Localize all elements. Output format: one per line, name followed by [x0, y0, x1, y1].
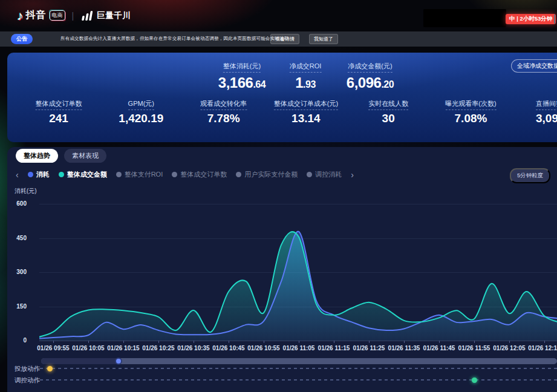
- tab-overall-trend[interactable]: 整体趋势: [16, 149, 58, 163]
- secondary-metric: 直播间整体成交金额(元)3,09: [536, 97, 557, 125]
- action-row-label: 调控动作: [15, 376, 40, 385]
- metric-dec: .93: [303, 79, 316, 90]
- metric-value: 7.78%: [200, 112, 247, 125]
- action-marker-dot[interactable]: [47, 366, 53, 371]
- metric-dec: .64: [253, 79, 265, 90]
- y-axis-tick-label: 300: [10, 269, 27, 275]
- notice-bar: 公告 所有成交数据会先计入直播大屏数据，但如果存在异常交易订单会被动态调整，因此…: [0, 31, 557, 47]
- metric-label: GPM(元): [128, 99, 154, 110]
- action-row-timeline: [40, 379, 557, 381]
- legend-item[interactable]: 整体成交订单数: [172, 170, 227, 179]
- metric-label: 整体消耗(元): [223, 62, 261, 73]
- metric-dec: .20: [381, 79, 394, 90]
- legend-scroll-left-icon[interactable]: ‹: [16, 171, 19, 178]
- legend-dot-icon: [28, 172, 33, 177]
- notice-text: 所有成交数据会先计入直播大屏数据，但如果存在异常交易订单会被动态调整，因此本页面…: [60, 36, 293, 42]
- logo-divider: |: [72, 11, 74, 21]
- chart-scrollbar-handle[interactable]: [115, 358, 122, 365]
- metric-value: 3,09: [536, 112, 557, 125]
- metric-value: 6,096.20: [347, 74, 394, 91]
- legend-label: 消耗: [36, 170, 50, 179]
- secondary-metric: 实时在线人数30: [368, 97, 408, 125]
- secondary-metric: 整体成交订单数241: [36, 97, 82, 125]
- series-area-1: [39, 232, 557, 341]
- x-axis-label: 01/26 12:15: [523, 345, 557, 351]
- metric-int: 1: [295, 74, 303, 91]
- secondary-metric: 观看成交转化率7.78%: [200, 97, 247, 125]
- chart-scrollbar-viewed: [41, 358, 119, 364]
- data-scope-label: 全域净成交数据: [517, 62, 557, 69]
- legend-label: 整体成交金额: [67, 170, 107, 179]
- metric-label: 整体成交订单成本(元): [274, 99, 338, 110]
- legend-label: 整体成交订单数: [180, 170, 227, 179]
- legend-dot-icon: [172, 172, 177, 177]
- redacted-account-info: [423, 9, 506, 27]
- metric-label: 直播间整体成交金额(元): [536, 99, 557, 110]
- metric-value: 3,166.64: [218, 74, 265, 91]
- metric-value: 1,420.19: [119, 112, 163, 125]
- legend-dot-icon: [236, 172, 241, 177]
- legend-label: 整体支付ROI: [125, 170, 163, 179]
- brand-douyin: 抖音: [26, 9, 47, 22]
- header-divider: [554, 15, 555, 24]
- header-logo-row: ♪ 抖音 电商 | 巨量千川: [17, 9, 131, 22]
- y-axis-tick-label: 450: [10, 235, 27, 241]
- secondary-metric: GPM(元)1,420.19: [119, 97, 163, 125]
- secondary-metric: 整体成交订单成本(元)13.14: [274, 97, 338, 125]
- notice-badge: 公告: [11, 34, 33, 44]
- legend-scroll-right-icon[interactable]: ›: [351, 171, 354, 178]
- live-duration-badge: 中 | 2小时53分钟: [506, 14, 556, 24]
- metric-label: 净成交ROI: [290, 62, 322, 73]
- qianchuan-bars-icon: [80, 10, 94, 21]
- legend-item[interactable]: 整体支付ROI: [116, 170, 163, 179]
- data-scope-selector[interactable]: 全域净成交数据 ▾: [511, 59, 557, 73]
- metric-int: 6,096: [347, 74, 382, 91]
- y-axis-tick-label: 150: [10, 303, 27, 310]
- got-it-button[interactable]: 我知道了: [309, 34, 338, 44]
- metric-value: 1.93: [290, 74, 322, 91]
- chart-legend-row: ‹ 消耗整体成交金额整体支付ROI整体成交订单数用户实际支付金额调控消耗 ›: [16, 170, 354, 179]
- metric-label: 观看成交转化率: [200, 99, 247, 110]
- metric-value: 30: [368, 112, 408, 125]
- trend-chart[interactable]: [39, 200, 557, 342]
- trend-tabs: 整体趋势素材表现: [16, 149, 106, 163]
- legend-dot-icon: [307, 172, 312, 177]
- legend-item[interactable]: 消耗: [28, 170, 50, 179]
- metric-label: 实时在线人数: [368, 99, 408, 110]
- secondary-metric: 曝光观看率(次数)7.08%: [445, 97, 496, 125]
- metric-label: 曝光观看率(次数): [445, 99, 496, 110]
- metric-value: 241: [36, 112, 82, 125]
- brand-qianchuan: 巨量千川: [97, 10, 131, 21]
- legend-dot-icon: [116, 172, 122, 177]
- granularity-selector[interactable]: 5分钟粒度: [510, 168, 550, 183]
- y-axis-tick-label: 0: [10, 337, 27, 344]
- metric-int: 3,166: [218, 74, 253, 91]
- action-row-label: 投放动作: [15, 365, 40, 373]
- y-axis-tick-label: 600: [10, 200, 27, 207]
- legend-item[interactable]: 整体成交金额: [59, 170, 107, 179]
- metric-value: 7.08%: [445, 112, 496, 125]
- douyin-note-icon: ♪: [17, 10, 24, 22]
- legend-dot-icon: [59, 172, 64, 177]
- ecommerce-badge: 电商: [50, 10, 65, 21]
- action-row-timeline: [40, 368, 557, 369]
- metric-label: 净成交金额(元): [348, 62, 392, 73]
- view-details-button[interactable]: 查看详情: [270, 34, 299, 44]
- dashboard-root: ♪ 抖音 电商 | 巨量千川 中 | 2小时53分钟 公告 所有成交数据会先计入…: [0, 0, 557, 392]
- y-axis-title: 消耗(元): [15, 187, 37, 195]
- legend-item[interactable]: 调控消耗: [307, 170, 342, 179]
- primary-metric: 净成交ROI1.93: [290, 60, 322, 91]
- primary-metric: 整体消耗(元)3,166.64: [218, 60, 265, 91]
- legend-label: 调控消耗: [315, 170, 342, 179]
- legend-items: 消耗整体成交金额整体支付ROI整体成交订单数用户实际支付金额调控消耗: [28, 170, 342, 179]
- legend-item[interactable]: 用户实际支付金额: [236, 170, 298, 179]
- legend-label: 用户实际支付金额: [244, 170, 298, 179]
- tab-material-performance[interactable]: 素材表现: [64, 149, 106, 163]
- metric-value: 13.14: [274, 112, 338, 125]
- metric-label: 整体成交订单数: [36, 99, 82, 110]
- primary-metric: 净成交金额(元)6,096.20: [347, 60, 394, 91]
- action-marker-dot[interactable]: [472, 377, 477, 383]
